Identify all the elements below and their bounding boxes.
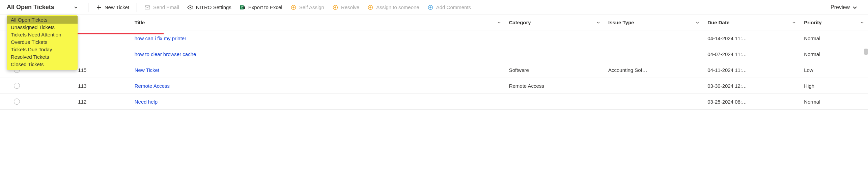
cell-due-date: 03-25-2024 08:… xyxy=(703,94,800,110)
cell-priority: Normal xyxy=(800,94,868,110)
separator xyxy=(88,3,88,12)
cell-issue-type xyxy=(604,30,703,46)
column-priority[interactable]: Priority xyxy=(800,15,868,30)
assign-someone-label: Assign to someone xyxy=(376,4,419,10)
assign-someone-button[interactable]: Assign to someone xyxy=(363,2,423,12)
svg-rect-5 xyxy=(244,8,245,9)
table-row[interactable]: how to clear browser cache 04-07-2024 11… xyxy=(0,46,868,62)
cell-priority: Normal xyxy=(800,46,868,62)
export-excel-label: Export to Excel xyxy=(248,4,282,10)
cell-issue-type xyxy=(604,46,703,62)
cell-priority: Normal xyxy=(800,30,868,46)
new-ticket-button[interactable]: New Ticket xyxy=(92,2,133,12)
scrollbar-thumb[interactable] xyxy=(864,49,868,55)
column-category[interactable]: Category xyxy=(505,15,604,30)
cell-issue-type: Accounting Sof… xyxy=(604,62,703,78)
nitro-settings-label: NITRO Settings xyxy=(196,4,231,10)
view-option[interactable]: All Open Tickets xyxy=(7,16,78,24)
cell-category xyxy=(505,46,604,62)
svg-rect-0 xyxy=(145,6,150,9)
table-row[interactable]: 115 New Ticket Software Accounting Sof… … xyxy=(0,62,868,78)
row-select[interactable] xyxy=(14,83,20,89)
chevron-down-icon xyxy=(852,5,857,10)
self-assign-button[interactable]: Self Assign xyxy=(286,2,328,12)
preview-button[interactable]: Preview xyxy=(827,2,861,12)
column-issue-type[interactable]: Issue Type xyxy=(604,15,703,30)
view-selector-dropdown[interactable]: All Open Tickets Unassigned Tickets Tick… xyxy=(7,15,78,70)
chevron-down-icon[interactable] xyxy=(596,21,600,24)
view-selector[interactable]: All Open Tickets xyxy=(7,4,85,11)
view-option[interactable]: Tickets Due Today xyxy=(7,46,78,53)
cell-title[interactable]: Need help xyxy=(131,94,505,110)
send-email-label: Send Email xyxy=(153,4,179,10)
view-option[interactable]: Tickets Need Attention xyxy=(7,31,78,38)
chevron-down-icon[interactable] xyxy=(696,21,699,24)
cell-priority: High xyxy=(800,78,868,94)
view-option[interactable]: Unassigned Tickets xyxy=(7,24,78,31)
cell-due-date: 04-14-2024 11:… xyxy=(703,30,800,46)
cell-id: 112 xyxy=(34,94,131,110)
cell-title[interactable]: how can i fix my printer xyxy=(131,30,505,46)
svg-point-1 xyxy=(190,6,191,8)
resolve-button[interactable]: Resolve xyxy=(328,2,363,12)
cell-priority: Low xyxy=(800,62,868,78)
excel-icon xyxy=(240,4,246,10)
view-option[interactable]: Closed Tickets xyxy=(7,61,78,68)
mail-icon xyxy=(144,4,150,10)
chevron-down-icon xyxy=(74,5,78,9)
cell-id: 113 xyxy=(34,78,131,94)
chevron-down-icon[interactable] xyxy=(497,21,501,24)
svg-rect-3 xyxy=(244,6,245,7)
chevron-down-icon[interactable] xyxy=(860,21,864,24)
chevron-down-icon[interactable] xyxy=(792,21,796,24)
column-title[interactable]: Title xyxy=(131,15,505,30)
plus-icon xyxy=(96,4,102,10)
cell-category xyxy=(505,30,604,46)
cell-issue-type xyxy=(604,78,703,94)
cell-category: Software xyxy=(505,62,604,78)
add-comments-button[interactable]: Add Comments xyxy=(423,2,475,12)
self-assign-label: Self Assign xyxy=(299,4,324,10)
cell-category: Remote Access xyxy=(505,78,604,94)
cell-title[interactable]: Remote Access xyxy=(131,78,505,94)
circle-plus-icon xyxy=(367,4,373,10)
circle-plus-icon xyxy=(332,4,338,10)
nitro-settings-button[interactable]: NITRO Settings xyxy=(183,2,235,12)
svg-rect-4 xyxy=(244,7,245,8)
cell-title[interactable]: New Ticket xyxy=(131,62,505,78)
cell-title[interactable]: how to clear browser cache xyxy=(131,46,505,62)
eye-icon xyxy=(187,4,193,10)
send-email-button[interactable]: Send Email xyxy=(140,2,183,12)
separator xyxy=(137,3,137,12)
circle-plus-icon xyxy=(290,4,297,10)
tickets-table: Title Category Issue Type Due Date Prior… xyxy=(0,15,868,110)
export-excel-button[interactable]: Export to Excel xyxy=(235,2,286,12)
cell-category xyxy=(505,94,604,110)
cell-issue-type xyxy=(604,94,703,110)
view-option[interactable]: Overdue Tickets xyxy=(7,38,78,46)
preview-label: Preview xyxy=(831,4,850,10)
column-due-date[interactable]: Due Date xyxy=(703,15,800,30)
table-row[interactable]: how can i fix my printer 04-14-2024 11:…… xyxy=(0,30,868,46)
table-row[interactable]: 113 Remote Access Remote Access 03-30-20… xyxy=(0,78,868,94)
add-comments-label: Add Comments xyxy=(436,4,471,10)
view-option[interactable]: Resolved Tickets xyxy=(7,53,78,61)
cell-due-date: 04-07-2024 11:… xyxy=(703,46,800,62)
circle-plus-icon xyxy=(427,4,433,10)
new-ticket-label: New Ticket xyxy=(105,4,129,10)
row-select[interactable] xyxy=(14,99,20,105)
view-selector-label: All Open Tickets xyxy=(7,4,54,11)
cell-due-date: 04-11-2024 11:… xyxy=(703,62,800,78)
resolve-label: Resolve xyxy=(341,4,359,10)
separator xyxy=(823,3,823,12)
cell-due-date: 03-30-2024 12:… xyxy=(703,78,800,94)
table-row[interactable]: 112 Need help 03-25-2024 08:… Normal xyxy=(0,94,868,110)
